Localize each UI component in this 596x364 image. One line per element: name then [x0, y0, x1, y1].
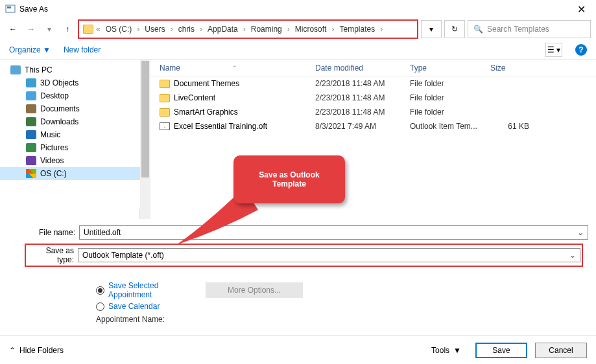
breadcrumb-segment[interactable]: OS (C:) [103, 25, 135, 34]
list-row[interactable]: Document Themes2/23/2018 11:48 AMFile fo… [150, 76, 596, 91]
music-icon [26, 130, 36, 139]
scroll-thumb[interactable] [141, 61, 149, 177]
breadcrumb-segment[interactable]: Microsoft [292, 25, 329, 34]
recent-locations-button[interactable]: ▾ [42, 21, 57, 37]
tree-item-desktop[interactable]: Desktop [0, 89, 150, 102]
tree-item-label: Downloads [40, 117, 78, 126]
file-name: Document Themes [174, 79, 239, 88]
file-date: 2/23/2018 11:48 AM [315, 108, 410, 117]
file-date: 2/23/2018 11:48 AM [315, 93, 410, 102]
search-input[interactable]: 🔍 Search Templates [468, 20, 591, 38]
back-button[interactable]: ← [5, 21, 21, 37]
new-folder-button[interactable]: New folder [64, 45, 101, 54]
tree-panel: This PC3D ObjectsDesktopDocumentsDownloa… [0, 60, 150, 219]
folder-icon [160, 108, 170, 117]
file-name: Excel Essential Training.oft [174, 122, 267, 131]
filename-label: File name: [0, 228, 79, 237]
address-dropdown-button[interactable]: ▾ [421, 20, 442, 38]
column-size[interactable]: Size [490, 63, 542, 73]
cancel-button[interactable]: Cancel [535, 343, 587, 358]
file-type: File folder [410, 79, 490, 88]
tree-item-pictures[interactable]: Pictures [0, 141, 150, 154]
chevron-down-icon: ▼ [453, 346, 461, 355]
save-button[interactable]: Save [475, 343, 527, 358]
breadcrumb-bar[interactable]: « OS (C:)› Users› chris› AppData› Roamin… [78, 19, 418, 39]
app-icon [5, 4, 16, 14]
tree-item-os-c[interactable]: OS (C:) [0, 167, 150, 180]
list-header: Name⌃ Date modified Type Size [150, 60, 596, 76]
close-button[interactable]: ✕ [572, 3, 591, 16]
breadcrumb-segment[interactable]: Users [142, 25, 167, 34]
breadcrumb-segment[interactable]: Templates [337, 25, 377, 34]
address-bar-row: ← → ▾ ↑ « OS (C:)› Users› chris› AppData… [0, 18, 596, 40]
column-type[interactable]: Type [410, 63, 490, 73]
svg-rect-1 [7, 6, 11, 8]
pic-icon [26, 143, 36, 152]
column-date[interactable]: Date modified [315, 63, 410, 73]
svg-rect-0 [6, 5, 15, 12]
radio-save-selected[interactable]: Save Selected Appointment [96, 281, 167, 299]
fields-area: File name: Untitled.oft⌄ Save as type: O… [0, 219, 596, 269]
breadcrumb-segment[interactable]: Roaming [248, 25, 285, 34]
savetype-label: Save as type: [27, 246, 78, 264]
list-row[interactable]: SmartArt Graphics2/23/2018 11:48 AMFile … [150, 105, 596, 119]
tree-item-3d-objects[interactable]: 3D Objects [0, 76, 150, 89]
tree-item-label: 3D Objects [40, 78, 78, 87]
vid-icon [26, 156, 36, 165]
view-options-button[interactable]: ☰ ▾ [545, 43, 562, 57]
breadcrumb-segment[interactable]: chris [176, 25, 197, 34]
tools-dropdown[interactable]: Tools▼ [431, 346, 461, 355]
title-bar: Save As ✕ [0, 0, 596, 18]
mail-icon [160, 122, 170, 130]
file-type: Outlook Item Tem... [410, 122, 490, 131]
bottom-bar: ⌃ Hide Folders Tools▼ Save Cancel [0, 336, 596, 364]
file-type: File folder [410, 93, 490, 102]
folder-icon [160, 80, 170, 88]
scrollbar[interactable] [140, 60, 150, 219]
search-placeholder: Search Templates [487, 25, 549, 34]
tree-item-label: Documents [40, 104, 80, 113]
chevron-up-icon: ⌃ [9, 346, 16, 355]
column-name[interactable]: Name⌃ [150, 63, 315, 73]
tree-item-label: Desktop [40, 91, 69, 100]
file-name: SmartArt Graphics [174, 108, 238, 117]
tree-item-downloads[interactable]: Downloads [0, 115, 150, 128]
tree-item-label: This PC [25, 65, 53, 74]
list-row[interactable]: LiveContent2/23/2018 11:48 AMFile folder [150, 91, 596, 105]
up-button[interactable]: ↑ [60, 21, 75, 37]
savetype-row: Save as type: Outlook Template (*.oft)⌄ [27, 246, 580, 264]
doc-icon [26, 104, 36, 113]
folder-icon [83, 25, 93, 34]
tree-item-label: Pictures [40, 143, 68, 152]
savetype-dropdown[interactable]: Outlook Template (*.oft)⌄ [78, 248, 580, 262]
refresh-button[interactable]: ↻ [444, 20, 465, 38]
radio-label: Save Selected Appointment [108, 281, 167, 299]
dl-icon [26, 117, 36, 126]
tree-item-videos[interactable]: Videos [0, 154, 150, 167]
chevron-down-icon[interactable]: ⌄ [577, 228, 584, 237]
options-area: Save Selected Appointment Save Calendar … [0, 269, 596, 328]
desk-icon [26, 91, 36, 100]
tree-item-documents[interactable]: Documents [0, 102, 150, 115]
tree-item-this-pc[interactable]: This PC [0, 63, 150, 76]
callout-text: Save as Outlook Template [243, 170, 336, 188]
radio-icon [96, 302, 104, 311]
chevron-right-icon: « [95, 25, 102, 34]
list-row[interactable]: Excel Essential Training.oft8/3/2021 7:4… [150, 119, 596, 133]
tree-item-music[interactable]: Music [0, 128, 150, 141]
forward-button[interactable]: → [23, 21, 39, 37]
radio-save-calendar[interactable]: Save Calendar [96, 302, 167, 311]
tree-item-label: Videos [40, 156, 64, 165]
organize-button[interactable]: Organize ▼ [9, 45, 51, 54]
help-button[interactable]: ? [575, 44, 587, 56]
window-title: Save As [19, 5, 572, 14]
hide-folders-button[interactable]: ⌃ Hide Folders [9, 346, 64, 355]
chevron-down-icon[interactable]: ⌄ [569, 251, 576, 260]
file-size: 61 KB [490, 122, 542, 131]
filename-input[interactable]: Untitled.oft⌄ [79, 225, 588, 240]
toolbar: Organize ▼ New folder ☰ ▾ ? [0, 40, 596, 60]
file-type: File folder [410, 108, 490, 117]
filename-row: File name: Untitled.oft⌄ [0, 225, 588, 240]
savetype-highlight: Save as type: Outlook Template (*.oft)⌄ [25, 244, 583, 267]
breadcrumb-segment[interactable]: AppData [205, 25, 241, 34]
